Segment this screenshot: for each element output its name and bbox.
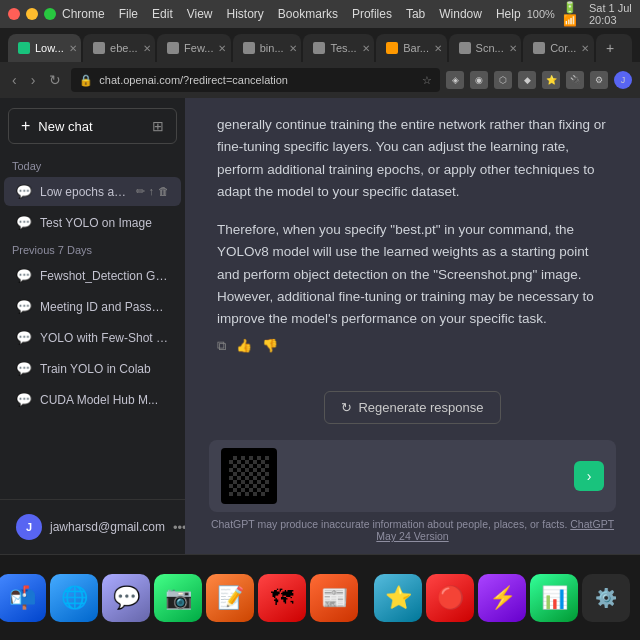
tab-2[interactable]: ebe... ✕ bbox=[83, 34, 155, 62]
menu-chrome[interactable]: Chrome bbox=[62, 7, 105, 21]
dock-item-maps[interactable]: 🗺 bbox=[258, 574, 306, 622]
tab-8[interactable]: Cor... ✕ bbox=[523, 34, 594, 62]
menu-edit[interactable]: Edit bbox=[152, 7, 173, 21]
share-chat-icon[interactable]: ↑ bbox=[149, 185, 155, 198]
thumbs-up-icon[interactable]: 👍 bbox=[236, 336, 252, 357]
tab-favicon-6 bbox=[386, 42, 398, 54]
tab-close-2[interactable]: ✕ bbox=[143, 43, 151, 54]
user-name: jawharsd@gmail.com bbox=[50, 520, 165, 534]
dock-item-news[interactable]: 📰 bbox=[310, 574, 358, 622]
tab-5[interactable]: Tes... ✕ bbox=[303, 34, 374, 62]
bookmark-icon[interactable]: ☆ bbox=[422, 74, 432, 87]
edit-icon: ⊞ bbox=[152, 118, 164, 134]
input-row: › bbox=[209, 440, 616, 512]
dock-item-safari[interactable]: 🌐 bbox=[50, 574, 98, 622]
avatar: J bbox=[16, 514, 42, 540]
tab-favicon-3 bbox=[167, 42, 179, 54]
chat-item-7[interactable]: 💬 CUDA Model Hub M... bbox=[4, 385, 181, 414]
extension-icon-1[interactable]: ◈ bbox=[446, 71, 464, 89]
chat-item-5[interactable]: 💬 YOLO with Few-Shot Learning bbox=[4, 323, 181, 352]
dock-item-notes[interactable]: 📝 bbox=[206, 574, 254, 622]
extension-icon-3[interactable]: ⬡ bbox=[494, 71, 512, 89]
traffic-lights bbox=[8, 8, 56, 20]
dock-item-mail[interactable]: 📬 bbox=[0, 574, 46, 622]
address-actions: ☆ bbox=[422, 74, 432, 87]
tab-favicon-4 bbox=[243, 42, 255, 54]
chat-item-text-7: CUDA Model Hub M... bbox=[40, 393, 158, 407]
tab-favicon-7 bbox=[459, 42, 471, 54]
tab-label-4: bin... bbox=[260, 42, 284, 54]
delete-chat-icon[interactable]: 🗑 bbox=[158, 185, 169, 198]
chat-icon-5: 💬 bbox=[16, 330, 32, 345]
tab-close-4[interactable]: ✕ bbox=[289, 43, 297, 54]
dock-item-app1[interactable]: ⭐ bbox=[374, 574, 422, 622]
plus-icon: + bbox=[21, 117, 30, 135]
tab-3[interactable]: Few... ✕ bbox=[157, 34, 231, 62]
menu-view[interactable]: View bbox=[187, 7, 213, 21]
menu-help[interactable]: Help bbox=[496, 7, 521, 21]
minimize-button[interactable] bbox=[26, 8, 38, 20]
dock-item-facetime[interactable]: 📷 bbox=[154, 574, 202, 622]
title-bar: Chrome File Edit View History Bookmarks … bbox=[0, 0, 640, 28]
tab-favicon bbox=[18, 42, 30, 54]
maximize-button[interactable] bbox=[44, 8, 56, 20]
menu-profiles[interactable]: Profiles bbox=[352, 7, 392, 21]
chat-item-6[interactable]: 💬 Train YOLO in Colab bbox=[4, 354, 181, 383]
chat-item-3[interactable]: 💬 Fewshot_Detection GitHub Im bbox=[4, 261, 181, 290]
tab-new[interactable]: + bbox=[596, 34, 632, 62]
tab-7[interactable]: Scn... ✕ bbox=[449, 34, 522, 62]
regenerate-label: Regenerate response bbox=[358, 400, 483, 415]
tab-close-6[interactable]: ✕ bbox=[434, 43, 442, 54]
chat-item-active[interactable]: 💬 Low epochs affect Y ✏ ↑ 🗑 bbox=[4, 177, 181, 206]
edit-chat-icon[interactable]: ✏ bbox=[136, 185, 145, 198]
tab-label-3: Few... bbox=[184, 42, 213, 54]
regenerate-area: ↻ Regenerate response bbox=[185, 383, 640, 432]
main-layout: + New chat ⊞ Today 💬 Low epochs affect Y… bbox=[0, 98, 640, 554]
send-button[interactable]: › bbox=[574, 461, 604, 491]
tab-close[interactable]: ✕ bbox=[69, 43, 77, 54]
menu-file[interactable]: File bbox=[119, 7, 138, 21]
extension-icon-5[interactable]: ⭐ bbox=[542, 71, 560, 89]
message-input[interactable] bbox=[285, 462, 566, 490]
message-text-1: generally continue training the entire n… bbox=[217, 114, 608, 203]
message-block-2: Therefore, when you specify "best.pt" in… bbox=[217, 219, 608, 357]
thumbs-down-icon[interactable]: 👎 bbox=[262, 336, 278, 357]
dock-item-app5[interactable]: ⚙️ bbox=[582, 574, 630, 622]
address-bar-row: ‹ › ↻ 🔒 chat.openai.com/?redirect=cancel… bbox=[0, 62, 640, 98]
menu-window[interactable]: Window bbox=[439, 7, 482, 21]
extension-icon-4[interactable]: ◆ bbox=[518, 71, 536, 89]
chat-item-4[interactable]: 💬 Meeting ID and Password bbox=[4, 292, 181, 321]
dock-item-app2[interactable]: 🔴 bbox=[426, 574, 474, 622]
tab-favicon-5 bbox=[313, 42, 325, 54]
reload-button[interactable]: ↻ bbox=[45, 70, 65, 90]
dock-item-app3[interactable]: ⚡ bbox=[478, 574, 526, 622]
back-button[interactable]: ‹ bbox=[8, 70, 21, 90]
close-button[interactable] bbox=[8, 8, 20, 20]
tab-chatgpt[interactable]: Low... ✕ bbox=[8, 34, 81, 62]
lock-icon: 🔒 bbox=[79, 74, 93, 87]
menu-history[interactable]: History bbox=[227, 7, 264, 21]
tab-close-8[interactable]: ✕ bbox=[581, 43, 589, 54]
tab-close-3[interactable]: ✕ bbox=[218, 43, 226, 54]
extension-icon-7[interactable]: ⚙ bbox=[590, 71, 608, 89]
extension-icon-6[interactable]: 🔌 bbox=[566, 71, 584, 89]
forward-button[interactable]: › bbox=[27, 70, 40, 90]
address-bar[interactable]: 🔒 chat.openai.com/?redirect=cancelation … bbox=[71, 68, 440, 92]
copy-icon[interactable]: ⧉ bbox=[217, 336, 226, 357]
tab-close-5[interactable]: ✕ bbox=[362, 43, 370, 54]
tab-4[interactable]: bin... ✕ bbox=[233, 34, 302, 62]
tab-6[interactable]: Bar... ✕ bbox=[376, 34, 446, 62]
chat-item-text-3: Fewshot_Detection GitHub Im bbox=[40, 269, 169, 283]
tab-close-7[interactable]: ✕ bbox=[509, 43, 517, 54]
chat-item-2[interactable]: 💬 Test YOLO on Image bbox=[4, 208, 181, 237]
user-item[interactable]: J jawharsd@gmail.com ••• bbox=[8, 508, 177, 546]
tab-label-8: Cor... bbox=[550, 42, 576, 54]
profile-icon[interactable]: J bbox=[614, 71, 632, 89]
regenerate-button[interactable]: ↻ Regenerate response bbox=[324, 391, 500, 424]
menu-bookmarks[interactable]: Bookmarks bbox=[278, 7, 338, 21]
dock-item-app4[interactable]: 📊 bbox=[530, 574, 578, 622]
new-chat-button[interactable]: + New chat ⊞ bbox=[8, 108, 177, 144]
dock-item-messages[interactable]: 💬 bbox=[102, 574, 150, 622]
extension-icon-2[interactable]: ◉ bbox=[470, 71, 488, 89]
menu-tab[interactable]: Tab bbox=[406, 7, 425, 21]
